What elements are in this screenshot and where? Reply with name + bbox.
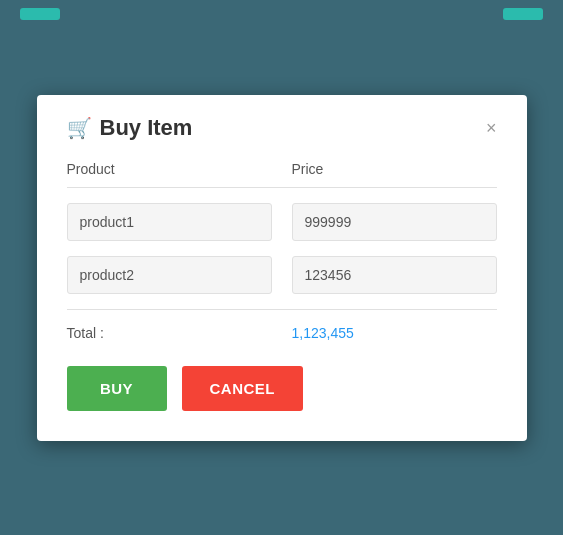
cart-icon: 🛒	[67, 116, 92, 140]
table-header: Product Price	[67, 161, 497, 188]
divider	[67, 309, 497, 310]
table-row	[67, 256, 497, 294]
price-column-header: Price	[292, 161, 497, 177]
price1-input[interactable]	[292, 203, 497, 241]
price2-input[interactable]	[292, 256, 497, 294]
modal-backdrop: 🛒 Buy Item × Product Price Total : 1,123…	[0, 0, 563, 535]
modal-title: 🛒 Buy Item	[67, 115, 193, 141]
table-row	[67, 203, 497, 241]
modal-header: 🛒 Buy Item ×	[67, 115, 497, 141]
product1-input[interactable]	[67, 203, 272, 241]
total-row: Total : 1,123,455	[67, 325, 497, 341]
modal-title-text: Buy Item	[100, 115, 193, 141]
modal-dialog: 🛒 Buy Item × Product Price Total : 1,123…	[37, 95, 527, 441]
product2-input[interactable]	[67, 256, 272, 294]
buy-button[interactable]: BUY	[67, 366, 167, 411]
total-label: Total :	[67, 325, 272, 341]
close-button[interactable]: ×	[486, 119, 497, 137]
product-column-header: Product	[67, 161, 272, 177]
cancel-button[interactable]: CANCEL	[182, 366, 304, 411]
button-row: BUY CANCEL	[67, 366, 497, 411]
total-value: 1,123,455	[292, 325, 497, 341]
